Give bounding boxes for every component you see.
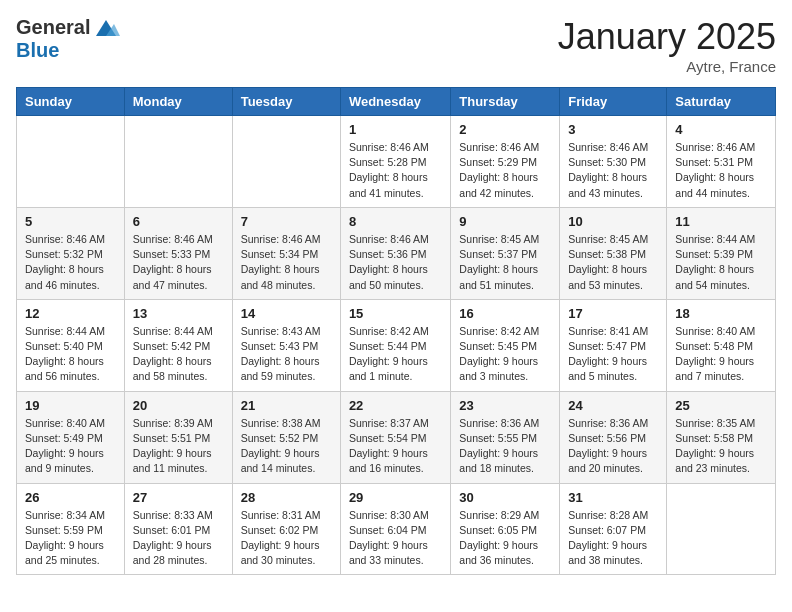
day-number: 7 — [241, 214, 332, 229]
weekday-header-saturday: Saturday — [667, 88, 776, 116]
empty-cell — [667, 483, 776, 575]
day-info: Sunrise: 8:46 AM Sunset: 5:36 PM Dayligh… — [349, 232, 442, 293]
day-info: Sunrise: 8:39 AM Sunset: 5:51 PM Dayligh… — [133, 416, 224, 477]
logo-general-text: General — [16, 16, 90, 39]
day-number: 18 — [675, 306, 767, 321]
day-info: Sunrise: 8:34 AM Sunset: 5:59 PM Dayligh… — [25, 508, 116, 569]
day-cell-2: 2Sunrise: 8:46 AM Sunset: 5:29 PM Daylig… — [451, 116, 560, 208]
day-info: Sunrise: 8:46 AM Sunset: 5:29 PM Dayligh… — [459, 140, 551, 201]
weekday-header-tuesday: Tuesday — [232, 88, 340, 116]
week-row-1: 1Sunrise: 8:46 AM Sunset: 5:28 PM Daylig… — [17, 116, 776, 208]
weekday-header-sunday: Sunday — [17, 88, 125, 116]
day-number: 19 — [25, 398, 116, 413]
day-cell-14: 14Sunrise: 8:43 AM Sunset: 5:43 PM Dayli… — [232, 299, 340, 391]
day-info: Sunrise: 8:36 AM Sunset: 5:56 PM Dayligh… — [568, 416, 658, 477]
day-cell-18: 18Sunrise: 8:40 AM Sunset: 5:48 PM Dayli… — [667, 299, 776, 391]
day-cell-10: 10Sunrise: 8:45 AM Sunset: 5:38 PM Dayli… — [560, 207, 667, 299]
day-info: Sunrise: 8:42 AM Sunset: 5:44 PM Dayligh… — [349, 324, 442, 385]
day-cell-29: 29Sunrise: 8:30 AM Sunset: 6:04 PM Dayli… — [340, 483, 450, 575]
day-cell-17: 17Sunrise: 8:41 AM Sunset: 5:47 PM Dayli… — [560, 299, 667, 391]
day-number: 28 — [241, 490, 332, 505]
day-info: Sunrise: 8:37 AM Sunset: 5:54 PM Dayligh… — [349, 416, 442, 477]
day-cell-25: 25Sunrise: 8:35 AM Sunset: 5:58 PM Dayli… — [667, 391, 776, 483]
month-title: January 2025 — [558, 16, 776, 58]
day-info: Sunrise: 8:44 AM Sunset: 5:42 PM Dayligh… — [133, 324, 224, 385]
day-info: Sunrise: 8:46 AM Sunset: 5:33 PM Dayligh… — [133, 232, 224, 293]
day-number: 6 — [133, 214, 224, 229]
day-cell-4: 4Sunrise: 8:46 AM Sunset: 5:31 PM Daylig… — [667, 116, 776, 208]
day-info: Sunrise: 8:35 AM Sunset: 5:58 PM Dayligh… — [675, 416, 767, 477]
weekday-header-monday: Monday — [124, 88, 232, 116]
day-number: 13 — [133, 306, 224, 321]
weekday-header-friday: Friday — [560, 88, 667, 116]
day-info: Sunrise: 8:45 AM Sunset: 5:38 PM Dayligh… — [568, 232, 658, 293]
day-cell-27: 27Sunrise: 8:33 AM Sunset: 6:01 PM Dayli… — [124, 483, 232, 575]
day-number: 26 — [25, 490, 116, 505]
empty-cell — [124, 116, 232, 208]
weekday-header-thursday: Thursday — [451, 88, 560, 116]
day-number: 12 — [25, 306, 116, 321]
day-cell-6: 6Sunrise: 8:46 AM Sunset: 5:33 PM Daylig… — [124, 207, 232, 299]
calendar-table: SundayMondayTuesdayWednesdayThursdayFrid… — [16, 87, 776, 575]
day-cell-9: 9Sunrise: 8:45 AM Sunset: 5:37 PM Daylig… — [451, 207, 560, 299]
week-row-5: 26Sunrise: 8:34 AM Sunset: 5:59 PM Dayli… — [17, 483, 776, 575]
logo: General Blue — [16, 16, 120, 62]
day-cell-16: 16Sunrise: 8:42 AM Sunset: 5:45 PM Dayli… — [451, 299, 560, 391]
day-cell-19: 19Sunrise: 8:40 AM Sunset: 5:49 PM Dayli… — [17, 391, 125, 483]
day-number: 11 — [675, 214, 767, 229]
day-info: Sunrise: 8:44 AM Sunset: 5:40 PM Dayligh… — [25, 324, 116, 385]
day-number: 8 — [349, 214, 442, 229]
day-info: Sunrise: 8:46 AM Sunset: 5:28 PM Dayligh… — [349, 140, 442, 201]
day-info: Sunrise: 8:38 AM Sunset: 5:52 PM Dayligh… — [241, 416, 332, 477]
day-cell-7: 7Sunrise: 8:46 AM Sunset: 5:34 PM Daylig… — [232, 207, 340, 299]
day-number: 4 — [675, 122, 767, 137]
day-cell-11: 11Sunrise: 8:44 AM Sunset: 5:39 PM Dayli… — [667, 207, 776, 299]
week-row-4: 19Sunrise: 8:40 AM Sunset: 5:49 PM Dayli… — [17, 391, 776, 483]
day-number: 27 — [133, 490, 224, 505]
day-number: 31 — [568, 490, 658, 505]
day-cell-13: 13Sunrise: 8:44 AM Sunset: 5:42 PM Dayli… — [124, 299, 232, 391]
day-info: Sunrise: 8:43 AM Sunset: 5:43 PM Dayligh… — [241, 324, 332, 385]
day-number: 15 — [349, 306, 442, 321]
day-info: Sunrise: 8:36 AM Sunset: 5:55 PM Dayligh… — [459, 416, 551, 477]
day-info: Sunrise: 8:29 AM Sunset: 6:05 PM Dayligh… — [459, 508, 551, 569]
day-number: 22 — [349, 398, 442, 413]
week-row-3: 12Sunrise: 8:44 AM Sunset: 5:40 PM Dayli… — [17, 299, 776, 391]
day-number: 30 — [459, 490, 551, 505]
day-info: Sunrise: 8:46 AM Sunset: 5:30 PM Dayligh… — [568, 140, 658, 201]
day-info: Sunrise: 8:30 AM Sunset: 6:04 PM Dayligh… — [349, 508, 442, 569]
location-text: Aytre, France — [558, 58, 776, 75]
logo-blue-text: Blue — [16, 39, 59, 61]
day-cell-22: 22Sunrise: 8:37 AM Sunset: 5:54 PM Dayli… — [340, 391, 450, 483]
day-cell-20: 20Sunrise: 8:39 AM Sunset: 5:51 PM Dayli… — [124, 391, 232, 483]
day-cell-1: 1Sunrise: 8:46 AM Sunset: 5:28 PM Daylig… — [340, 116, 450, 208]
day-info: Sunrise: 8:46 AM Sunset: 5:31 PM Dayligh… — [675, 140, 767, 201]
week-row-2: 5Sunrise: 8:46 AM Sunset: 5:32 PM Daylig… — [17, 207, 776, 299]
day-number: 2 — [459, 122, 551, 137]
day-number: 25 — [675, 398, 767, 413]
page-header: General Blue January 2025 Aytre, France — [16, 16, 776, 75]
day-number: 14 — [241, 306, 332, 321]
day-info: Sunrise: 8:33 AM Sunset: 6:01 PM Dayligh… — [133, 508, 224, 569]
empty-cell — [17, 116, 125, 208]
day-number: 3 — [568, 122, 658, 137]
day-info: Sunrise: 8:46 AM Sunset: 5:32 PM Dayligh… — [25, 232, 116, 293]
day-number: 20 — [133, 398, 224, 413]
day-number: 1 — [349, 122, 442, 137]
day-info: Sunrise: 8:45 AM Sunset: 5:37 PM Dayligh… — [459, 232, 551, 293]
day-info: Sunrise: 8:40 AM Sunset: 5:49 PM Dayligh… — [25, 416, 116, 477]
day-number: 9 — [459, 214, 551, 229]
day-number: 23 — [459, 398, 551, 413]
weekday-header-wednesday: Wednesday — [340, 88, 450, 116]
day-info: Sunrise: 8:28 AM Sunset: 6:07 PM Dayligh… — [568, 508, 658, 569]
day-info: Sunrise: 8:46 AM Sunset: 5:34 PM Dayligh… — [241, 232, 332, 293]
day-cell-26: 26Sunrise: 8:34 AM Sunset: 5:59 PM Dayli… — [17, 483, 125, 575]
day-cell-28: 28Sunrise: 8:31 AM Sunset: 6:02 PM Dayli… — [232, 483, 340, 575]
day-cell-30: 30Sunrise: 8:29 AM Sunset: 6:05 PM Dayli… — [451, 483, 560, 575]
logo-icon — [92, 18, 120, 38]
empty-cell — [232, 116, 340, 208]
day-info: Sunrise: 8:40 AM Sunset: 5:48 PM Dayligh… — [675, 324, 767, 385]
day-number: 16 — [459, 306, 551, 321]
day-info: Sunrise: 8:44 AM Sunset: 5:39 PM Dayligh… — [675, 232, 767, 293]
day-cell-12: 12Sunrise: 8:44 AM Sunset: 5:40 PM Dayli… — [17, 299, 125, 391]
